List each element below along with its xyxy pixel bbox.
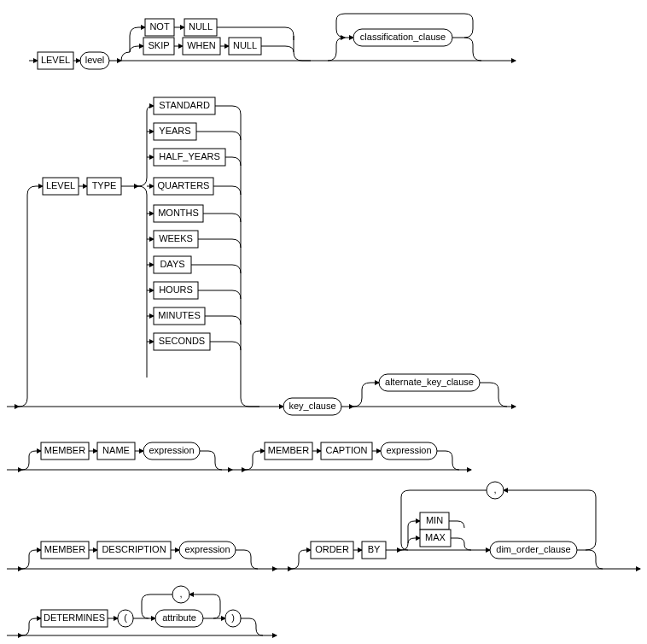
svg-text:HALF_YEARS: HALF_YEARS (159, 151, 220, 161)
row-level-type: LEVEL TYPE STANDARD YEARS HALF_YEARS QUA… (7, 97, 516, 415)
time-type-options: STANDARD YEARS HALF_YEARS QUARTERS MONTH… (147, 97, 241, 350)
svg-text:MONTHS: MONTHS (158, 208, 199, 218)
skip-keyword-label: SKIP (148, 40, 169, 50)
svg-text:,: , (179, 588, 182, 599)
row-determines: DETERMINES ( attribute , ) (7, 586, 277, 635)
svg-text:MAX: MAX (425, 532, 446, 542)
svg-text:expression: expression (184, 544, 230, 554)
classification-clause-label: classification_clause (360, 32, 446, 42)
when-keyword-label: WHEN (187, 40, 216, 50)
null-keyword-1-label: NULL (189, 21, 213, 32)
row-member-name-caption: MEMBER NAME expression MEMBER CAPTION ex… (7, 442, 471, 470)
not-keyword-label: NOT (149, 21, 170, 32)
null-keyword-2-label: NULL (233, 40, 257, 50)
svg-text:STANDARD: STANDARD (159, 100, 210, 110)
svg-text:expression: expression (386, 445, 431, 455)
svg-text:BY: BY (368, 544, 381, 554)
alternate-key-clause-label: alternate_key_clause (385, 377, 474, 387)
svg-text:NAME: NAME (102, 445, 130, 455)
svg-text:DAYS: DAYS (160, 259, 184, 269)
svg-text:(: ( (124, 612, 127, 623)
svg-text:MEMBER: MEMBER (44, 445, 85, 455)
svg-text:attribute: attribute (162, 612, 196, 623)
svg-text:SECONDS: SECONDS (159, 336, 205, 346)
type-keyword-label: TYPE (92, 180, 117, 190)
svg-text:dim_order_clause: dim_order_clause (496, 544, 570, 554)
svg-text:,: , (493, 484, 496, 495)
svg-text:): ) (231, 612, 235, 623)
level-keyword-label: LEVEL (41, 55, 70, 65)
key-clause-label: key_clause (289, 401, 335, 411)
svg-text:QUARTERS: QUARTERS (158, 180, 210, 190)
row-member-desc-orderby: MEMBER DESCRIPTION expression ORDER BY M… (7, 482, 640, 569)
svg-text:expression: expression (149, 445, 194, 455)
svg-text:DETERMINES: DETERMINES (44, 612, 105, 623)
svg-text:MIN: MIN (426, 515, 443, 525)
svg-text:WEEKS: WEEKS (159, 233, 193, 243)
svg-text:DESCRIPTION: DESCRIPTION (102, 544, 166, 554)
level-keyword-2-label: LEVEL (46, 180, 75, 190)
row-level-header: LEVEL level NOT NULL SKIP WHEN NULL clas… (29, 14, 516, 69)
svg-text:MEMBER: MEMBER (268, 445, 309, 455)
svg-text:CAPTION: CAPTION (326, 445, 368, 455)
svg-text:ORDER: ORDER (315, 544, 349, 554)
level-nonterminal-label: level (85, 55, 105, 65)
svg-text:YEARS: YEARS (159, 126, 190, 136)
svg-text:HOURS: HOURS (159, 284, 193, 295)
svg-text:MEMBER: MEMBER (44, 544, 85, 554)
svg-text:MINUTES: MINUTES (158, 310, 201, 320)
